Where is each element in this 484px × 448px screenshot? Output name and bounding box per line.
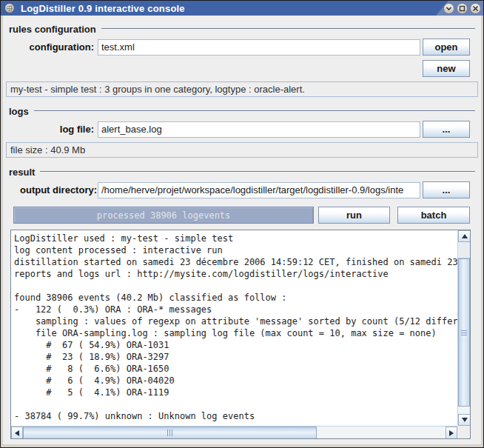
arrow-left-icon — [15, 430, 19, 436]
result-section-header: result — [9, 166, 475, 178]
window-controls — [443, 1, 481, 16]
scrollbar-corner — [457, 426, 470, 438]
close-icon — [472, 5, 479, 12]
scroll-grip-icon — [461, 330, 467, 335]
app-icon — [4, 3, 15, 13]
horizontal-scroll-thumb[interactable] — [23, 427, 317, 439]
arrow-down-icon — [462, 418, 468, 422]
output-directory-row: output directory: ... — [6, 181, 478, 198]
main-panel: rules configuration configuration: open … — [3, 16, 481, 444]
scroll-up-button[interactable] — [458, 230, 471, 242]
open-button[interactable]: open — [423, 39, 470, 56]
log-file-row: log file: ... — [6, 121, 478, 138]
rules-section-header: rules configuration — [9, 23, 475, 35]
rules-section-title: rules configuration — [9, 24, 96, 35]
run-button[interactable]: run — [318, 207, 390, 224]
vertical-scroll-track[interactable] — [458, 242, 470, 258]
output-directory-label: output directory: — [9, 184, 97, 195]
scroll-down-button[interactable] — [458, 414, 471, 426]
file-size-field: file size : 40.9 Mb — [6, 142, 478, 158]
scroll-left-button[interactable] — [11, 427, 23, 439]
logs-section-header: logs — [9, 105, 475, 117]
scroll-right-button[interactable] — [446, 427, 457, 439]
output-directory-input[interactable] — [98, 182, 420, 198]
new-row: new — [6, 60, 478, 77]
shade-button[interactable] — [443, 3, 454, 14]
log-file-input[interactable] — [98, 121, 420, 138]
section-separator — [101, 28, 475, 30]
app-window: LogDistiller 0.9 interactive console — [0, 0, 484, 448]
new-button[interactable]: new — [423, 60, 470, 77]
scroll-grip-icon — [167, 429, 173, 436]
logs-section-title: logs — [9, 106, 29, 117]
configuration-label: configuration: — [9, 41, 94, 53]
section-separator — [34, 110, 475, 112]
chevron-down-icon — [446, 5, 452, 12]
progress-row: processed 38906 logevents run batch — [6, 207, 478, 224]
result-section-title: result — [9, 167, 35, 178]
progress-text: processed 38906 logevents — [14, 207, 313, 223]
close-button[interactable] — [470, 3, 481, 14]
vertical-scroll-thumb[interactable] — [458, 258, 470, 407]
configuration-input[interactable] — [98, 39, 420, 56]
console-text: LogDistiller used : my-test - simple tes… — [11, 230, 457, 422]
horizontal-scrollbar[interactable] — [11, 426, 457, 438]
maximize-icon — [459, 5, 465, 12]
progress-bar: processed 38906 logevents — [13, 207, 314, 224]
configuration-row: configuration: open — [6, 39, 478, 56]
maximize-button[interactable] — [457, 3, 468, 14]
arrow-up-icon — [462, 234, 468, 238]
title-bar[interactable]: LogDistiller 0.9 interactive console — [1, 1, 483, 16]
output-directory-browse-button[interactable]: ... — [423, 181, 470, 198]
window-title: LogDistiller 0.9 interactive console — [21, 3, 185, 14]
batch-button[interactable]: batch — [397, 207, 470, 224]
console-scrollpane: LogDistiller used : my-test - simple tes… — [10, 230, 471, 439]
section-separator — [40, 171, 475, 173]
log-file-browse-button[interactable]: ... — [423, 121, 470, 138]
configuration-summary: my-test - simple test : 3 groups in one … — [6, 81, 478, 97]
log-file-label: log file: — [9, 124, 94, 135]
console-output[interactable]: LogDistiller used : my-test - simple tes… — [11, 230, 457, 426]
vertical-scrollbar[interactable] — [457, 230, 470, 426]
arrow-right-icon — [449, 430, 454, 436]
